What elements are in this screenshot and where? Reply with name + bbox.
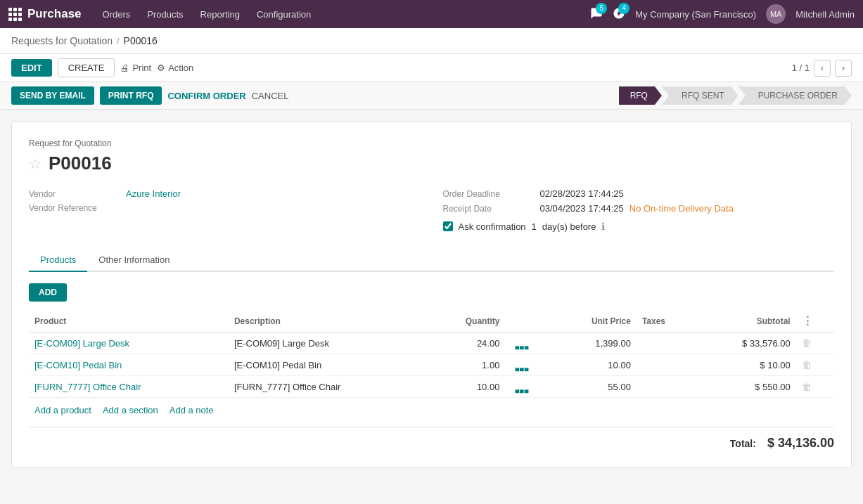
gear-icon: ⚙ (157, 63, 165, 73)
main-content: Request for Quotation ☆ P00016 Vendor Az… (0, 110, 863, 479)
breadcrumb-separator: / (117, 36, 120, 46)
taxes-1 (637, 332, 695, 354)
price-3: 55.00 (551, 376, 637, 398)
activities-icon[interactable]: 4 (613, 7, 625, 22)
add-a-section-link[interactable]: Add a section (103, 405, 158, 415)
action-label: Action (168, 63, 193, 73)
vendor-row: Vendor Azure Interior (29, 188, 421, 199)
col-unit-price: Unit Price (551, 310, 637, 332)
document-number: P00016 (49, 153, 112, 174)
info-icon[interactable]: ℹ (601, 221, 605, 232)
action-button[interactable]: ⚙ Action (157, 63, 193, 73)
create-button[interactable]: CREATE (58, 58, 115, 77)
edit-button[interactable]: EDIT (11, 59, 52, 77)
products-tab-content: ADD Product Description Quantity Unit Pr… (29, 283, 834, 451)
confirmation-days: 1 (532, 221, 537, 232)
subtotal-1: $ 33,576.00 (695, 332, 796, 354)
column-options-icon[interactable]: ⋮ (802, 315, 813, 327)
order-deadline-value: 02/28/2023 17:44:25 (540, 188, 624, 199)
table-row: [E-COM10] Pedal Bin [E-COM10] Pedal Bin … (29, 354, 834, 376)
confirmation-label: Ask confirmation (459, 221, 526, 232)
print-button[interactable]: 🖨 Print (120, 63, 151, 73)
print-label: Print (132, 63, 151, 73)
table-row: [FURN_7777] Office Chair [FURN_7777] Off… (29, 376, 834, 398)
vendor-fields: Vendor Azure Interior Vendor Reference (29, 188, 421, 232)
col-description: Description (229, 310, 428, 332)
confirmation-checkbox[interactable] (443, 221, 453, 231)
menu-products[interactable]: Products (140, 5, 190, 24)
forecast-chart-icon-1[interactable] (515, 340, 526, 348)
pagination-prev[interactable]: ‹ (814, 60, 831, 77)
pagination-next[interactable]: › (835, 60, 852, 77)
company-name[interactable]: My Company (San Francisco) (635, 9, 756, 20)
top-navigation: Purchase Orders Products Reporting Confi… (0, 0, 863, 28)
wf-step-rfq-sent[interactable]: RFQ SENT (662, 86, 739, 105)
total-row: Total: $ 34,136.00 (29, 427, 834, 451)
receipt-date-value: 03/04/2023 17:44:25 (540, 203, 624, 214)
confirmation-unit: day(s) before (542, 221, 596, 232)
document-title-row: ☆ P00016 (29, 153, 834, 174)
wf-step-purchase-order[interactable]: PURCHASE ORDER (739, 86, 852, 105)
action-bar: EDIT CREATE 🖨 Print ⚙ Action 1 / 1 ‹ › (0, 54, 863, 82)
receipt-date-label: Receipt Date (443, 204, 535, 214)
col-taxes: Taxes (637, 310, 695, 332)
confirm-order-button[interactable]: CONFIRM ORDER (167, 91, 245, 101)
vendor-ref-row: Vendor Reference (29, 203, 421, 213)
price-2: 10.00 (551, 354, 637, 376)
document-card: Request for Quotation ☆ P00016 Vendor Az… (11, 121, 852, 468)
tab-other-information[interactable]: Other Information (87, 249, 181, 272)
app-logo[interactable]: Purchase (8, 7, 82, 21)
delete-row-3-icon[interactable]: 🗑 (802, 381, 812, 392)
cancel-button[interactable]: CANCEL (252, 91, 289, 101)
confirmation-row: Ask confirmation 1 day(s) before ℹ (443, 221, 835, 232)
avatar[interactable]: MA (766, 4, 786, 24)
breadcrumb-parent[interactable]: Requests for Quotation (11, 35, 113, 46)
add-product-button[interactable]: ADD (29, 283, 67, 302)
wf-step-rfq[interactable]: RFQ (619, 86, 662, 105)
col-subtotal: Subtotal (695, 310, 796, 332)
main-menu: Orders Products Reporting Configuration (96, 5, 591, 24)
messages-icon[interactable]: 5 (590, 7, 603, 22)
vendor-value[interactable]: Azure Interior (126, 188, 181, 199)
pagination: 1 / 1 ‹ › (792, 60, 852, 77)
forecast-chart-icon-3[interactable] (515, 383, 526, 392)
desc-2: [E-COM10] Pedal Bin (229, 354, 428, 376)
delete-row-2-icon[interactable]: 🗑 (802, 359, 812, 370)
breadcrumb-current: P00016 (124, 35, 158, 46)
workflow-steps: RFQ RFQ SENT PURCHASE ORDER (619, 86, 852, 105)
menu-reporting[interactable]: Reporting (193, 5, 247, 24)
breadcrumb: Requests for Quotation / P00016 (0, 28, 863, 54)
date-fields: Order Deadline 02/28/2023 17:44:25 Recei… (443, 188, 835, 232)
total-value: $ 34,136.00 (767, 436, 834, 451)
desc-3: [FURN_7777] Office Chair (229, 376, 428, 398)
products-table: Product Description Quantity Unit Price … (29, 310, 834, 398)
activities-badge: 4 (618, 3, 629, 14)
grid-icon (8, 8, 22, 21)
price-1: 1,399.00 (551, 332, 637, 354)
add-a-product-link[interactable]: Add a product (34, 405, 91, 415)
product-link-1[interactable]: [E-COM09] Large Desk (34, 338, 129, 349)
user-name: Mitchell Admin (795, 9, 855, 20)
tab-products[interactable]: Products (29, 249, 87, 272)
topnav-right: 5 4 My Company (San Francisco) MA Mitche… (590, 4, 855, 24)
subtotal-3: $ 550.00 (695, 376, 796, 398)
tabs: Products Other Information (29, 249, 834, 272)
menu-orders[interactable]: Orders (96, 5, 138, 24)
favorite-star-icon[interactable]: ☆ (29, 155, 41, 172)
send-email-button[interactable]: SEND BY EMAIL (11, 86, 94, 105)
product-link-2[interactable]: [E-COM10] Pedal Bin (34, 360, 122, 370)
menu-configuration[interactable]: Configuration (250, 5, 318, 24)
taxes-2 (637, 354, 695, 376)
fields-grid: Vendor Azure Interior Vendor Reference O… (29, 188, 834, 232)
print-rfq-button[interactable]: PRINT RFQ (100, 86, 162, 105)
col-quantity: Quantity (428, 310, 506, 332)
forecast-chart-icon-2[interactable] (515, 361, 526, 370)
messages-badge: 5 (596, 3, 607, 14)
col-product: Product (29, 310, 229, 332)
order-deadline-row: Order Deadline 02/28/2023 17:44:25 (443, 188, 835, 199)
delivery-alert: No On-time Delivery Data (629, 203, 734, 214)
delete-row-1-icon[interactable]: 🗑 (802, 337, 812, 349)
product-link-3[interactable]: [FURN_7777] Office Chair (34, 382, 141, 392)
add-a-note-link[interactable]: Add a note (170, 405, 214, 415)
qty-2: 1.00 (428, 354, 506, 376)
